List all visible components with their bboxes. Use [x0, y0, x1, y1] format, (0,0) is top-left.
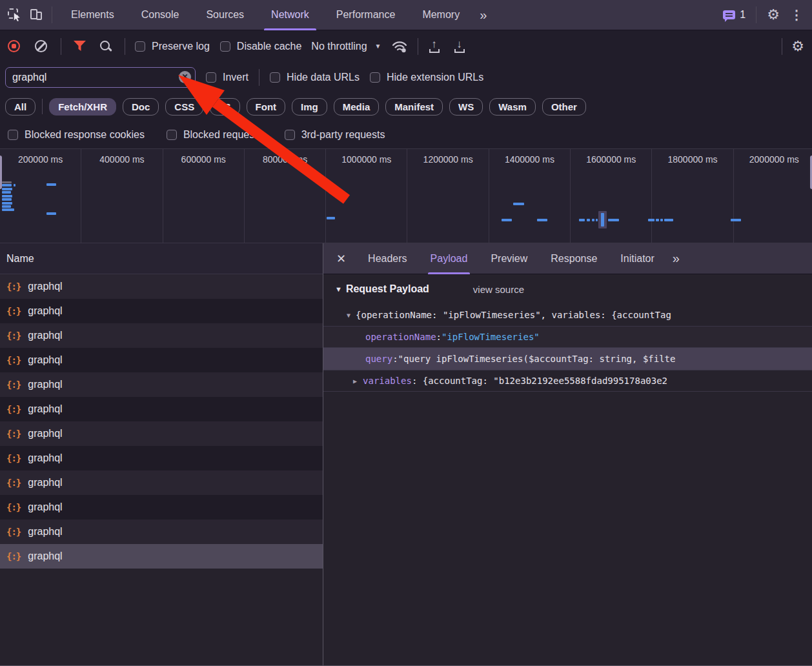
checkbox-icon[interactable]	[285, 130, 295, 140]
more-detail-tabs-button[interactable]: »	[666, 243, 685, 274]
detail-tab-payload[interactable]: Payload	[419, 243, 480, 274]
checkbox-icon[interactable]	[135, 41, 145, 52]
payload-row-query[interactable]: query: "query ipFlowTimeseries($accountT…	[323, 348, 812, 370]
expand-triangle-icon[interactable]: ▼	[347, 312, 350, 319]
checkbox-icon[interactable]	[370, 72, 380, 83]
detail-tab-initiator[interactable]: Initiator	[609, 243, 665, 274]
detail-tab-preview[interactable]: Preview	[479, 243, 539, 274]
collapse-triangle-icon[interactable]: ▼	[335, 285, 342, 293]
name-column-header[interactable]: Name	[0, 243, 323, 274]
waterfall-bar	[537, 219, 547, 221]
waterfall-bar	[2, 191, 11, 194]
payload-preview-line[interactable]: ▼ {operationName: "ipFlowTimeseries", va…	[323, 304, 812, 326]
request-row[interactable]: {:}graphql	[0, 323, 323, 348]
tab-performance[interactable]: Performance	[323, 0, 409, 30]
network-settings-gear-icon[interactable]: ⚙	[791, 39, 804, 54]
checkbox-invert[interactable]: Invert	[206, 72, 249, 83]
more-panels-button[interactable]: »	[473, 0, 492, 30]
waterfall-bar	[2, 181, 12, 183]
payload-row-variables[interactable]: ▶ variables: {accountTag: "b12e3b2192ee5…	[323, 370, 812, 392]
request-row[interactable]: {:}graphql	[0, 495, 323, 520]
pill-js[interactable]: JS	[210, 98, 239, 116]
checkbox-icon[interactable]	[167, 130, 177, 140]
timeline-tick-label: 800000 ms	[245, 154, 325, 165]
detail-tab-headers[interactable]: Headers	[356, 243, 418, 274]
waterfall-bar	[648, 219, 655, 221]
clear-button[interactable]	[35, 40, 47, 52]
timeline-overview[interactable]: 200000 ms400000 ms600000 ms800000 ms1000…	[0, 149, 812, 243]
request-row[interactable]: {:}graphql	[0, 348, 323, 372]
checkbox-blocked-response-cookies[interactable]: Blocked response cookies	[8, 129, 145, 141]
request-name: graphql	[28, 428, 62, 439]
checkbox-disable-cache[interactable]: Disable cache	[220, 41, 302, 52]
search-icon[interactable]	[99, 40, 112, 53]
pill-css[interactable]: CSS	[165, 98, 203, 116]
waterfall-bar	[327, 217, 335, 219]
tab-sources[interactable]: Sources	[192, 0, 258, 30]
inspect-element-icon[interactable]	[8, 8, 21, 21]
close-icon[interactable]: ✕	[323, 252, 356, 266]
request-row[interactable]: {:}graphql	[0, 397, 323, 421]
checkbox-hide-extension-urls[interactable]: Hide extension URLs	[370, 72, 483, 83]
tab-elements[interactable]: Elements	[57, 0, 128, 30]
pill-media[interactable]: Media	[334, 98, 380, 116]
expand-triangle-icon[interactable]: ▶	[353, 378, 357, 385]
payload-row-operationname[interactable]: operationName: "ipFlowTimeseries"	[323, 326, 812, 348]
detail-tab-response[interactable]: Response	[539, 243, 609, 274]
request-row[interactable]: {:}graphql	[0, 274, 323, 299]
network-conditions-icon[interactable]	[391, 40, 408, 53]
issues-button[interactable]: 1	[723, 9, 746, 21]
request-row[interactable]: {:}graphql	[0, 520, 323, 544]
tab-console[interactable]: Console	[128, 0, 193, 30]
pill-wasm[interactable]: Wasm	[489, 98, 536, 116]
pill-other[interactable]: Other	[542, 98, 586, 116]
filter-input[interactable]	[5, 67, 196, 88]
throttling-select[interactable]: No throttling ▼	[311, 41, 381, 52]
pill-manifest[interactable]: Manifest	[385, 98, 443, 116]
timeline-left-handle[interactable]	[0, 156, 2, 189]
request-row[interactable]: {:}graphql	[0, 421, 323, 446]
pill-img[interactable]: Img	[292, 98, 327, 116]
settings-gear-icon[interactable]: ⚙	[767, 8, 780, 22]
pill-fetch-xhr[interactable]: Fetch/XHR	[49, 98, 116, 116]
pill-all[interactable]: All	[5, 98, 36, 116]
tab-memory[interactable]: Memory	[409, 0, 473, 30]
chevron-down-icon: ▼	[375, 43, 381, 50]
request-name: graphql	[28, 305, 62, 317]
json-icon: {:}	[6, 429, 21, 439]
pill-doc[interactable]: Doc	[123, 98, 159, 116]
timeline-tick-label: 1400000 ms	[489, 154, 570, 165]
divider	[42, 99, 43, 114]
checkbox-preserve-log[interactable]: Preserve log	[135, 41, 210, 52]
divider	[125, 38, 125, 55]
main-split: Name {:}graphql{:}graphql{:}graphql{:}gr…	[0, 243, 812, 665]
tab-network[interactable]: Network	[258, 0, 323, 30]
payload-section-title: Request Payload	[346, 283, 429, 295]
request-row[interactable]: {:}graphql	[0, 446, 323, 470]
record-button[interactable]	[8, 40, 20, 52]
request-row[interactable]: {:}graphql	[0, 372, 323, 397]
device-toolbar-icon[interactable]	[30, 8, 43, 21]
divider	[52, 6, 52, 23]
export-har-icon[interactable]: ↓	[453, 40, 466, 53]
kebab-menu-icon[interactable]: ⋮	[790, 7, 803, 23]
waterfall-bar	[2, 205, 11, 208]
request-row[interactable]: {:}graphql	[0, 470, 323, 495]
clear-filter-icon[interactable]: ✕	[179, 71, 191, 83]
checkbox-icon[interactable]	[8, 130, 18, 140]
checkbox-icon[interactable]	[270, 72, 280, 83]
pill-ws[interactable]: WS	[449, 98, 483, 116]
filter-icon[interactable]	[74, 41, 86, 52]
checkbox-icon[interactable]	[220, 41, 230, 52]
checkbox-icon[interactable]	[206, 72, 216, 83]
throttling-value: No throttling	[311, 41, 367, 52]
request-row[interactable]: {:}graphql	[0, 544, 323, 569]
view-source-link[interactable]: view source	[473, 284, 524, 295]
pill-font[interactable]: Font	[247, 98, 285, 116]
checkbox-blocked-requests[interactable]: Blocked requests	[167, 129, 263, 141]
checkbox-3rd-party-requests[interactable]: 3rd-party requests	[285, 129, 385, 141]
import-har-icon[interactable]: ↑	[428, 40, 441, 53]
waterfall-bar	[660, 219, 663, 221]
request-row[interactable]: {:}graphql	[0, 299, 323, 323]
checkbox-hide-data-urls[interactable]: Hide data URLs	[270, 72, 360, 83]
